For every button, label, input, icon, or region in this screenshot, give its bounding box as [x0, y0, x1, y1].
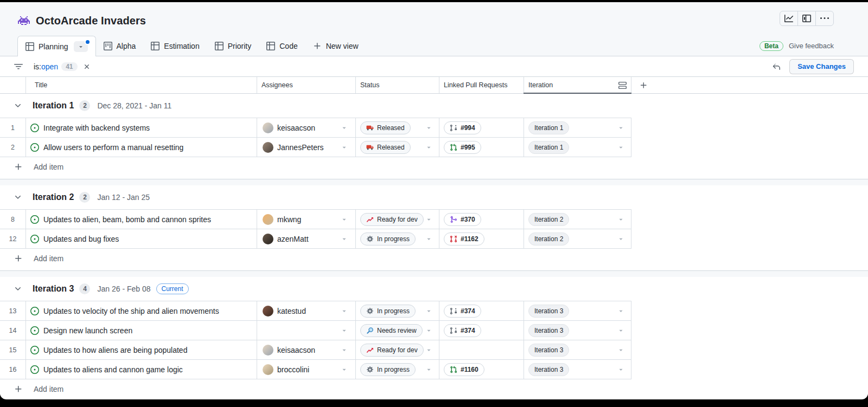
undo-icon[interactable]	[772, 62, 781, 71]
give-feedback-link[interactable]: Give feedback	[789, 42, 834, 50]
status-cell[interactable]: In progress	[356, 360, 439, 379]
tab-alpha[interactable]: Alpha	[96, 36, 144, 56]
assignees-cell[interactable]: mkwng	[257, 210, 356, 229]
table-row[interactable]: 2 Allow users to perform a manual resett…	[0, 138, 631, 157]
iteration-cell[interactable]: Iteration 2	[524, 229, 631, 248]
chevron-down-icon	[617, 346, 624, 353]
plus-icon	[14, 254, 23, 263]
linked-pr-cell[interactable]: #995	[439, 138, 524, 157]
title-cell[interactable]: Updates to aliens and cannon game logic	[26, 360, 257, 379]
title-cell[interactable]: Updates to how aliens are being populate…	[26, 340, 257, 359]
assignees-cell[interactable]: keisaacson	[257, 340, 356, 359]
linked-pr-cell[interactable]: #374	[439, 321, 524, 340]
status-cell[interactable]: Released	[356, 118, 439, 137]
linked-pr-cell[interactable]: #994	[439, 118, 524, 137]
filter-query[interactable]: is:open 41	[34, 62, 91, 71]
iteration-cell[interactable]: Iteration 1	[524, 138, 631, 157]
collapse-group-icon[interactable]	[14, 285, 22, 293]
group-header-iteration-2: Iteration 2 2 Jan 12 - Jan 25	[0, 185, 868, 209]
status-cell[interactable]: Ready for dev	[356, 210, 439, 229]
assignees-cell[interactable]: keisaacson	[257, 118, 356, 137]
filter-icon[interactable]	[14, 62, 23, 71]
linked-pr-cell[interactable]	[439, 340, 524, 359]
add-item-button[interactable]: Add item	[0, 249, 868, 268]
title-row: OctoArcade Invaders	[17, 10, 851, 31]
linked-pr-cell[interactable]: #374	[439, 301, 524, 320]
assignees-cell[interactable]	[257, 321, 356, 340]
issue-open-icon	[30, 346, 39, 354]
item-title: Design new launch screen	[43, 326, 132, 335]
table-row[interactable]: 15 Updates to how aliens are being popul…	[0, 340, 631, 360]
title-cell[interactable]: Integrate with backend systems	[26, 118, 257, 137]
status-cell[interactable]: In progress	[356, 229, 439, 248]
status-cell[interactable]: In progress	[356, 301, 439, 320]
tab-planning[interactable]: Planning	[17, 36, 96, 56]
item-title: Updates and bug fixes	[43, 235, 119, 243]
column-header-iteration[interactable]: Iteration	[524, 77, 631, 93]
assignees-cell[interactable]: JannesPeters	[257, 138, 356, 157]
add-item-button[interactable]: Add item	[0, 379, 868, 399]
group-name: Iteration 3	[33, 284, 74, 294]
table-row[interactable]: 14 Design new launch screen Needs review…	[0, 321, 631, 340]
project-icon	[104, 42, 112, 50]
issue-open-icon	[30, 307, 39, 315]
new-view-button[interactable]: New view	[305, 36, 366, 56]
column-header-status[interactable]: Status	[356, 77, 439, 93]
table-row[interactable]: 8 Updates to alien, beam, bomb and canno…	[0, 210, 631, 229]
title-cell[interactable]: Allow users to perform a manual resettin…	[26, 138, 257, 157]
group-count-badge: 2	[79, 192, 90, 203]
assignees-cell[interactable]: katestud	[257, 301, 356, 320]
title-cell[interactable]: Updates to alien, beam, bomb and cannon …	[26, 210, 257, 229]
linked-pr-cell[interactable]: #370	[439, 210, 524, 229]
row-number: 1	[0, 118, 26, 137]
view-menu-button[interactable]	[74, 41, 88, 52]
add-column-button[interactable]	[631, 77, 655, 93]
chevron-down-icon	[617, 235, 624, 242]
tab-estimation[interactable]: Estimation	[143, 36, 207, 56]
tab-priority[interactable]: Priority	[207, 36, 259, 56]
table-row[interactable]: 12 Updates and bug fixes azenMatt In pro…	[0, 229, 631, 249]
more-options-button[interactable]	[815, 11, 834, 26]
status-cell[interactable]: Released	[356, 138, 439, 157]
collapse-group-icon[interactable]	[14, 101, 22, 110]
title-cell[interactable]: Updates and bug fixes	[26, 229, 257, 248]
row-number: 16	[0, 360, 26, 379]
iteration-cell[interactable]: Iteration 2	[524, 210, 631, 229]
title-cell[interactable]: Design new launch screen	[26, 321, 257, 340]
tabs-right: Beta Give feedback	[760, 36, 834, 56]
iteration-cell[interactable]: Iteration 3	[524, 340, 631, 359]
table-row[interactable]: 1 Integrate with backend systems keisaac…	[0, 118, 631, 138]
column-header-linked-prs[interactable]: Linked Pull Requests	[439, 77, 524, 93]
table-row[interactable]: 16 Updates to aliens and cannon game log…	[0, 360, 631, 379]
iteration-cell[interactable]: Iteration 3	[524, 301, 631, 320]
status-cell[interactable]: Ready for dev	[356, 340, 439, 359]
linked-pr-cell[interactable]: #1160	[439, 360, 524, 379]
status-cell[interactable]: Needs review	[356, 321, 439, 340]
iteration-label: Iteration 2	[528, 232, 569, 246]
column-header-title[interactable]: Title	[26, 77, 257, 93]
collapse-group-icon[interactable]	[14, 193, 22, 202]
assignees-cell[interactable]: azenMatt	[257, 229, 356, 248]
save-changes-button[interactable]: Save Changes	[789, 59, 854, 74]
table-row[interactable]: 13 Updates to velocity of the ship and a…	[0, 301, 631, 321]
iteration-cell[interactable]: Iteration 1	[524, 118, 631, 137]
add-item-button[interactable]: Add item	[0, 157, 868, 177]
filter-bar: is:open 41 Save Changes	[0, 56, 868, 77]
tab-code[interactable]: Code	[259, 36, 305, 56]
pr-draft-icon	[450, 327, 457, 334]
page-title: OctoArcade Invaders	[36, 15, 146, 27]
clear-filter-icon[interactable]	[83, 63, 91, 70]
linked-pr-cell[interactable]: #1162	[439, 229, 524, 248]
row-number: 8	[0, 210, 26, 229]
side-panel-button[interactable]	[797, 11, 816, 26]
assignees-cell[interactable]: broccolini	[257, 360, 356, 379]
column-header-assignees[interactable]: Assignees	[257, 77, 356, 93]
group-count-badge: 2	[79, 100, 90, 111]
assignee-login: broccolini	[277, 365, 309, 374]
insights-button[interactable]	[780, 11, 798, 26]
gear-icon	[366, 307, 374, 315]
title-cell[interactable]: Updates to velocity of the ship and alie…	[26, 301, 257, 320]
iteration-cell[interactable]: Iteration 3	[524, 360, 631, 379]
iteration-cell[interactable]: Iteration 3	[524, 321, 631, 340]
group-date-range: Jan 12 - Jan 25	[97, 193, 150, 202]
